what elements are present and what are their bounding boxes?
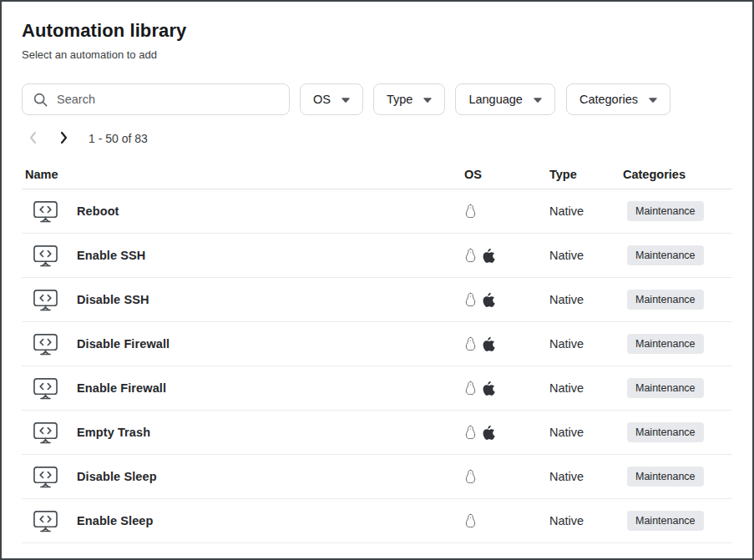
apple-icon <box>483 425 495 441</box>
row-categories: Maintenance <box>623 511 732 531</box>
row-categories: Maintenance <box>623 422 732 442</box>
category-badge: Maintenance <box>627 378 704 398</box>
row-os <box>464 381 549 396</box>
monitor-code-icon <box>32 465 59 489</box>
apple-icon <box>483 248 495 264</box>
pagination-range: 1 - 50 of 83 <box>89 132 148 145</box>
automation-name-cell: Reboot <box>22 199 464 224</box>
row-type: Native <box>549 381 623 395</box>
row-type: Native <box>549 204 623 218</box>
language-filter-label: Language <box>468 93 523 106</box>
monitor-code-icon <box>32 509 59 533</box>
monitor-code-icon <box>32 376 59 401</box>
apple-icon <box>483 381 495 396</box>
chevron-left-icon <box>28 131 37 147</box>
type-filter-label: Type <box>387 93 412 106</box>
linux-icon <box>464 381 477 396</box>
apple-icon <box>483 336 495 352</box>
row-categories: Maintenance <box>623 467 732 487</box>
automation-name: Disable Firewall <box>77 337 170 351</box>
monitor-code-icon <box>32 332 59 356</box>
chevron-right-icon <box>60 131 68 147</box>
row-os <box>464 469 549 484</box>
category-badge: Maintenance <box>627 290 704 310</box>
chevron-down-icon <box>534 98 542 103</box>
automation-name: Reboot <box>77 204 119 218</box>
category-badge: Maintenance <box>627 467 704 487</box>
automation-name: Enable Firewall <box>77 381 166 395</box>
table-row[interactable]: Disable Sleep Native Maintenance <box>22 455 732 499</box>
os-filter-dropdown[interactable]: OS <box>300 83 363 115</box>
table-row[interactable]: Reboot Native Maintenance <box>22 189 732 234</box>
table-row[interactable]: Disable Firewall Native Maintenance <box>22 322 732 366</box>
category-badge: Maintenance <box>627 201 704 221</box>
table-body: Reboot Native Maintenance Enable SS <box>22 189 732 543</box>
os-filter-label: OS <box>313 93 331 106</box>
automation-name: Enable SSH <box>77 249 145 262</box>
automation-name: Disable SSH <box>77 293 149 306</box>
category-badge: Maintenance <box>627 422 704 442</box>
language-filter-dropdown[interactable]: Language <box>455 83 555 115</box>
column-header-categories: Categories <box>623 168 732 181</box>
filter-bar: OS Type Language Categories <box>22 83 732 115</box>
row-os <box>464 513 549 528</box>
table-header: Name OS Type Categories <box>22 159 732 189</box>
automation-name-cell: Disable SSH <box>22 288 464 312</box>
row-os <box>464 425 549 441</box>
categories-filter-label: Categories <box>579 93 638 106</box>
linux-icon <box>464 204 477 219</box>
row-categories: Maintenance <box>623 290 732 310</box>
row-type: Native <box>549 470 623 483</box>
row-type: Native <box>549 249 623 262</box>
table-row[interactable]: Enable Firewall Native Maintenance <box>22 366 732 411</box>
row-type: Native <box>549 293 623 306</box>
column-header-os: OS <box>464 168 549 181</box>
search-input[interactable] <box>57 93 279 106</box>
row-categories: Maintenance <box>623 245 732 265</box>
category-badge: Maintenance <box>627 334 704 354</box>
linux-icon <box>464 425 477 440</box>
linux-icon <box>464 248 477 263</box>
prev-page-button[interactable] <box>22 128 43 149</box>
type-filter-dropdown[interactable]: Type <box>373 83 445 115</box>
row-os <box>464 204 549 219</box>
categories-filter-dropdown[interactable]: Categories <box>566 83 671 115</box>
linux-icon <box>464 469 477 484</box>
table-row[interactable]: Empty Trash Native Maintenance <box>22 411 732 455</box>
table-row[interactable]: Enable SSH Native Maintenance <box>22 234 732 278</box>
table-row[interactable]: Disable SSH Native Maintenance <box>22 278 732 322</box>
search-icon <box>33 92 48 108</box>
row-categories: Maintenance <box>623 201 732 221</box>
automation-library-window: Automation library Select an automation … <box>0 0 754 560</box>
row-type: Native <box>549 514 623 527</box>
pagination: 1 - 50 of 83 <box>22 128 732 149</box>
row-os <box>464 336 549 352</box>
linux-icon <box>464 513 477 528</box>
monitor-code-icon <box>32 288 59 312</box>
next-page-button[interactable] <box>53 128 75 149</box>
row-categories: Maintenance <box>623 378 732 398</box>
page-subtitle: Select an automation to add <box>22 48 732 61</box>
monitor-code-icon <box>32 244 59 268</box>
monitor-code-icon <box>32 421 59 445</box>
automation-name-cell: Enable Firewall <box>22 376 464 401</box>
row-categories: Maintenance <box>623 334 732 354</box>
row-type: Native <box>549 426 623 439</box>
page-title: Automation library <box>22 20 732 42</box>
chevron-down-icon <box>342 98 350 103</box>
automation-name-cell: Enable Sleep <box>22 509 464 533</box>
category-badge: Maintenance <box>627 511 704 531</box>
search-box[interactable] <box>22 83 290 115</box>
row-type: Native <box>549 337 623 351</box>
automation-name-cell: Disable Firewall <box>22 332 464 356</box>
apple-icon <box>483 292 495 308</box>
row-os <box>464 248 549 264</box>
table-row[interactable]: Enable Sleep Native Maintenance <box>22 499 732 543</box>
category-badge: Maintenance <box>627 245 704 265</box>
row-os <box>464 292 549 308</box>
automation-name-cell: Enable SSH <box>22 244 464 268</box>
automation-name-cell: Empty Trash <box>22 421 464 445</box>
linux-icon <box>464 292 477 307</box>
column-header-name: Name <box>22 168 464 181</box>
monitor-code-icon <box>32 199 59 224</box>
